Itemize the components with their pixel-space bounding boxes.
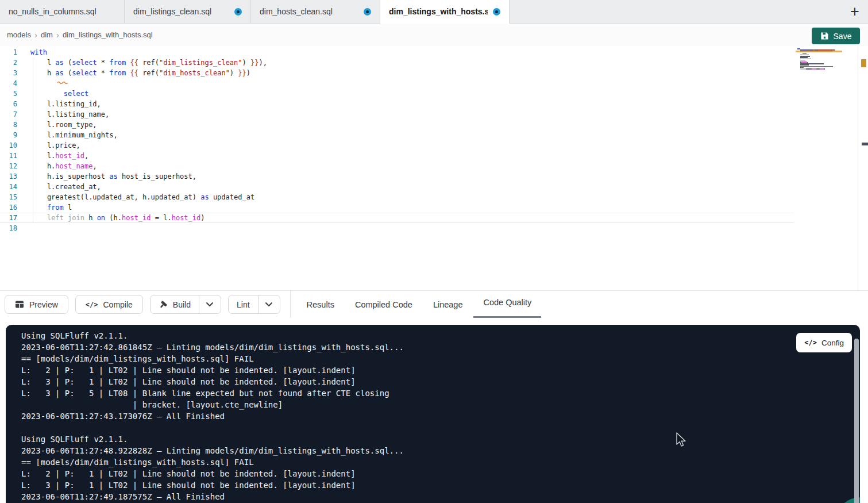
lint-dropdown-button[interactable] [258,295,280,313]
editor-tab-dim_listings_clean-sql[interactable]: dim_listings_clean.sql [125,0,251,23]
modified-dot-icon [234,8,242,16]
line-number: 1 [0,47,17,57]
code-line-4[interactable]: 4 [0,78,794,89]
panel-tab-results[interactable]: Results [306,291,335,318]
line-number: 18 [0,223,17,233]
breadcrumb-separator-icon: › [34,30,37,40]
code-text: l.host_id, [30,151,88,161]
terminal-line: Using SQLFluff v2.1.1. [21,433,791,445]
panel-tab-label: Compiled Code [355,300,412,309]
code-line-10[interactable]: 10 l.price, [0,140,794,151]
terminal-line [21,422,791,433]
code-line-1[interactable]: 1with [0,47,794,57]
code-line-18[interactable]: 18 [0,223,794,233]
minimap[interactable] [797,48,839,71]
build-dropdown-button[interactable] [199,295,221,313]
chevron-down-icon [206,302,214,307]
line-number: 8 [0,120,17,130]
minimap-line [797,70,839,71]
code-text: left join h on (h.host_id = l.host_id) [30,213,205,223]
line-number: 14 [0,182,17,192]
line-number: 17 [0,213,17,223]
modified-dot-icon [493,8,500,16]
preview-button-label: Preview [29,300,58,309]
editor-tab-dim_listings_with_hosts-sql[interactable]: dim_listings_with_hosts.sql [380,0,510,24]
line-number: 12 [0,161,17,171]
save-icon [820,32,829,40]
code-text: l.room_type, [30,120,97,130]
terminal-line: | bracket. [layout.cte_newline] [21,399,791,410]
tab-label: dim_listings_with_hosts.sql [389,7,488,16]
code-line-12[interactable]: 12 h.host_name, [0,161,794,171]
editor-tab-no_nulls_in_columns-sql[interactable]: no_nulls_in_columns.sql [0,0,125,23]
build-split-button: Build [150,295,221,314]
code-text: h.is_superhost as host_is_superhost, [30,171,196,182]
breadcrumb-segment[interactable]: models [7,30,31,39]
code-line-2[interactable]: 2 l as (select * from {{ ref("dim_listin… [0,57,794,68]
panel-tab-label: Lineage [433,300,463,309]
code-text: l as (select * from {{ ref("dim_listings… [30,57,267,68]
preview-button[interactable]: Preview [5,295,68,314]
code-line-7[interactable]: 7 l.listing_name, [0,109,794,120]
line-number: 10 [0,140,17,151]
lint-button[interactable]: Lint [229,295,258,313]
lint-output-terminal[interactable]: Using SQLFluff v2.1.1.2023-06-06T11:27:4… [6,325,860,503]
panel-toolbar: Preview </> Compile Build [0,290,868,318]
breadcrumb-segment[interactable]: dim [41,30,53,39]
panel-tab-compiled-code[interactable]: Compiled Code [354,291,414,318]
new-tab-button[interactable]: + [842,0,868,23]
terminal-line: L: 3 | P: 5 | LT08 | Blank line expected… [21,387,791,399]
config-button[interactable]: </> Config [796,333,852,352]
lint-button-label: Lint [237,300,250,309]
code-text: select [30,89,88,99]
save-button-label: Save [834,32,852,41]
breadcrumb-separator-icon: › [56,30,59,40]
code-line-3[interactable]: 3 h as (select * from {{ ref("dim_hosts_… [0,68,794,78]
terminal-line: Using SQLFluff v2.1.1. [21,330,791,341]
code-lines: 1with2 l as (select * from {{ ref("dim_l… [0,47,794,233]
toolbar-divider [290,291,291,318]
overview-ruler-border [858,46,858,290]
terminal-line: 2023-06-06T11:27:49.187575Z – All Finish… [21,491,791,502]
code-text: from l [30,202,72,213]
minimap-warning-highlight [796,51,842,52]
code-line-6[interactable]: 6 l.listing_id, [0,99,794,109]
terminal-line: == [models/dim/dim_listings_with_hosts.s… [21,353,791,364]
line-number: 13 [0,171,17,182]
code-line-16[interactable]: 16 from l [0,202,794,213]
code-brackets-icon: </> [804,339,817,347]
compile-button[interactable]: </> Compile [75,295,143,314]
code-editor[interactable]: 1with2 l as (select * from {{ ref("dim_l… [0,46,868,290]
terminal-line: L: 2 | P: 1 | LT02 | Line should not be … [21,468,791,479]
save-button[interactable]: Save [812,28,860,44]
code-line-9[interactable]: 9 l.minimum_nights, [0,130,794,140]
tab-label: no_nulls_in_columns.sql [9,7,97,16]
code-brackets-icon: </> [86,301,98,309]
open-file-tabs: no_nulls_in_columns.sqldim_listings_clea… [0,0,510,23]
panel-tabs: ResultsCompiled CodeLineageCode Quality [306,291,533,318]
action-buttons: Preview </> Compile Build [5,295,280,314]
editor-tab-dim_hosts_clean-sql[interactable]: dim_hosts_clean.sql [251,0,380,23]
code-line-5[interactable]: 5 select [0,89,794,99]
terminal-line: 2023-06-06T11:27:43.173076Z – All Finish… [21,410,791,422]
lint-warning-squiggle [57,76,68,86]
breadcrumb-bar: models›dim›dim_listings_with_hosts.sql [0,24,868,46]
panel-tab-lineage[interactable]: Lineage [432,291,464,318]
line-number: 4 [0,78,17,89]
code-line-11[interactable]: 11 l.host_id, [0,151,794,161]
code-line-15[interactable]: 15 greatest(l.updated_at, h.updated_at) … [0,192,794,202]
terminal-scrollbar[interactable] [854,339,859,503]
code-text: l.created_at, [30,182,101,192]
panel-tab-code-quality[interactable]: Code Quality [482,291,533,318]
code-text: greatest(l.updated_at, h.updated_at) as … [30,192,254,202]
code-line-14[interactable]: 14 l.created_at, [0,182,794,192]
code-line-8[interactable]: 8 l.room_type, [0,120,794,130]
breadcrumb: models›dim›dim_listings_with_hosts.sql [7,30,153,40]
overview-ruler-warning-marker [861,59,866,67]
panel-tab-label: Results [307,300,334,309]
breadcrumb-segment[interactable]: dim_listings_with_hosts.sql [63,30,153,39]
code-line-13[interactable]: 13 h.is_superhost as host_is_superhost, [0,171,794,182]
code-line-17[interactable]: 17 left join h on (h.host_id = l.host_id… [0,213,794,223]
overview-ruler-position-marker[interactable] [862,143,868,145]
build-button[interactable]: Build [151,295,199,313]
